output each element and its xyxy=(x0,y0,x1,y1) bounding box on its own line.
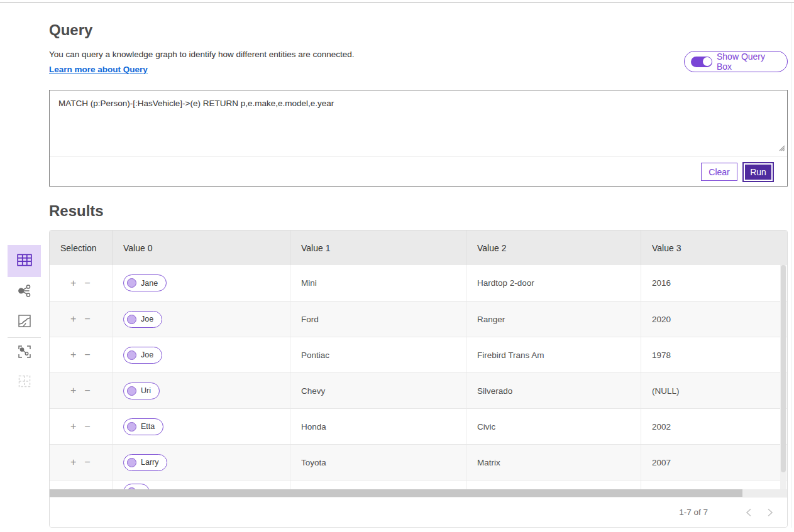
entity-pill[interactable]: Jane xyxy=(123,274,167,291)
entity-pill[interactable]: Larry xyxy=(123,454,167,471)
value-cell: Toyota xyxy=(290,445,466,480)
remove-selection-button[interactable]: − xyxy=(84,457,90,467)
entity-pill[interactable]: Joe xyxy=(123,347,162,364)
sidebar-item-map-view[interactable] xyxy=(8,307,41,337)
entity-icon xyxy=(127,458,136,467)
entity-pill-label: Etta xyxy=(141,422,155,431)
run-button[interactable]: Run xyxy=(744,163,773,181)
entity-cell: Joe xyxy=(112,301,290,337)
value-cell xyxy=(290,480,466,489)
add-selection-button[interactable]: + xyxy=(70,421,76,432)
map-link-chart-view-icon xyxy=(17,344,32,362)
value-cell: Matrix xyxy=(466,445,641,480)
value-cell: Civic xyxy=(466,409,641,444)
entity-cell: Larry xyxy=(112,445,290,480)
add-selection-button[interactable]: + xyxy=(70,386,76,396)
add-selection-button[interactable]: + xyxy=(70,278,76,288)
table-body: +−JaneMiniHardtop 2-door2016+−JoeFordRan… xyxy=(50,265,787,489)
map-view-icon xyxy=(17,313,32,331)
column-header-value-3: Value 3 xyxy=(641,231,787,265)
entity-pill[interactable] xyxy=(123,484,150,489)
vertical-scrollbar[interactable] xyxy=(780,265,786,489)
page-top-divider xyxy=(0,2,794,3)
value-cell: (NULL) xyxy=(641,373,787,408)
value-cell: Ranger xyxy=(466,301,641,337)
table-row: +−UriChevySilverado(NULL) xyxy=(50,372,787,408)
value-cell: Ford xyxy=(290,301,466,337)
value-cell: 2007 xyxy=(641,445,787,480)
selection-cell: +− xyxy=(50,301,112,337)
pagination-label: 1-7 of 7 xyxy=(679,508,708,517)
toggle-switch-icon xyxy=(691,57,712,67)
value-cell: Silverado xyxy=(466,373,641,408)
horizontal-scrollbar-thumb[interactable] xyxy=(50,489,742,497)
column-header-selection: Selection xyxy=(50,231,112,265)
add-selection-button[interactable]: + xyxy=(70,350,76,360)
table-row: +−EttaHondaCivic2002 xyxy=(50,408,787,444)
sidebar-item-map-link-chart-view[interactable] xyxy=(8,337,41,367)
results-view-sidebar xyxy=(8,245,41,398)
entity-pill[interactable]: Uri xyxy=(123,383,160,399)
next-page-button[interactable] xyxy=(767,508,773,517)
entity-icon xyxy=(127,278,136,288)
selection-cell: +− xyxy=(50,337,112,372)
remove-selection-button[interactable]: − xyxy=(84,386,90,396)
previous-page-button[interactable] xyxy=(746,508,752,517)
horizontal-scrollbar[interactable] xyxy=(50,489,787,497)
resize-handle[interactable] xyxy=(778,143,785,154)
entity-pill[interactable]: Etta xyxy=(123,418,163,435)
value-cell: Pontiac xyxy=(290,337,466,372)
value-cell: Mini xyxy=(290,265,466,301)
entity-icon xyxy=(127,386,136,396)
table-view-icon xyxy=(16,252,33,271)
entity-cell: Joe xyxy=(112,337,290,372)
remove-selection-button[interactable]: − xyxy=(84,421,90,432)
value-cell: Honda xyxy=(290,409,466,444)
entity-pill-label: Larry xyxy=(141,458,158,467)
page-title: Query xyxy=(49,21,92,39)
value-cell: 1978 xyxy=(641,337,787,372)
entity-pill-label: Uri xyxy=(141,386,151,395)
table-footer: 1-7 of 7 xyxy=(50,497,787,527)
table-header-row: SelectionValue 0Value 1Value 2Value 3 xyxy=(50,231,787,265)
page-description: You can query a knowledge graph to ident… xyxy=(49,50,355,59)
show-query-box-toggle[interactable]: Show Query Box xyxy=(684,51,788,72)
layout-view-icon xyxy=(17,374,32,391)
value-cell: 2016 xyxy=(641,265,787,301)
entity-pill-label: Jane xyxy=(141,279,158,288)
entity-cell: Uri xyxy=(112,373,290,408)
entity-cell: Etta xyxy=(112,409,290,444)
sidebar-item-link-chart-view[interactable] xyxy=(8,277,41,307)
table-row-partial xyxy=(50,480,787,489)
add-selection-button[interactable]: + xyxy=(70,314,76,324)
add-selection-button[interactable]: + xyxy=(70,457,76,467)
clear-button[interactable]: Clear xyxy=(701,163,737,181)
learn-more-link[interactable]: Learn more about Query xyxy=(49,65,148,74)
remove-selection-button[interactable]: − xyxy=(84,350,90,360)
table-row: +−JoePontiacFirebird Trans Am1978 xyxy=(50,337,787,372)
show-query-box-label: Show Query Box xyxy=(717,52,780,72)
column-header-value-1: Value 1 xyxy=(290,231,466,265)
results-title: Results xyxy=(49,202,104,220)
remove-selection-button[interactable]: − xyxy=(84,278,90,288)
entity-pill[interactable]: Joe xyxy=(123,311,162,328)
entity-cell xyxy=(112,480,290,489)
entity-pill-label: Joe xyxy=(141,315,153,323)
remove-selection-button[interactable]: − xyxy=(84,314,90,324)
entity-icon xyxy=(127,422,136,432)
table-row: +−LarryToyotaMatrix2007 xyxy=(50,444,787,480)
query-input[interactable]: MATCH (p:Person)-[:HasVehicle]->(e) RETU… xyxy=(50,90,787,156)
column-header-value-2: Value 2 xyxy=(466,231,641,265)
entity-icon xyxy=(127,350,136,360)
link-chart-view-icon xyxy=(16,283,33,301)
selection-cell: +− xyxy=(50,265,112,301)
value-cell: Hardtop 2-door xyxy=(466,265,641,301)
sidebar-item-table-view[interactable] xyxy=(8,245,41,277)
entity-pill-label: Joe xyxy=(141,350,153,359)
value-cell: 2002 xyxy=(641,409,787,444)
value-cell: Chevy xyxy=(290,373,466,408)
value-cell xyxy=(466,480,641,489)
selection-cell: +− xyxy=(50,409,112,444)
value-cell xyxy=(641,480,787,489)
query-box: MATCH (p:Person)-[:HasVehicle]->(e) RETU… xyxy=(49,90,788,187)
